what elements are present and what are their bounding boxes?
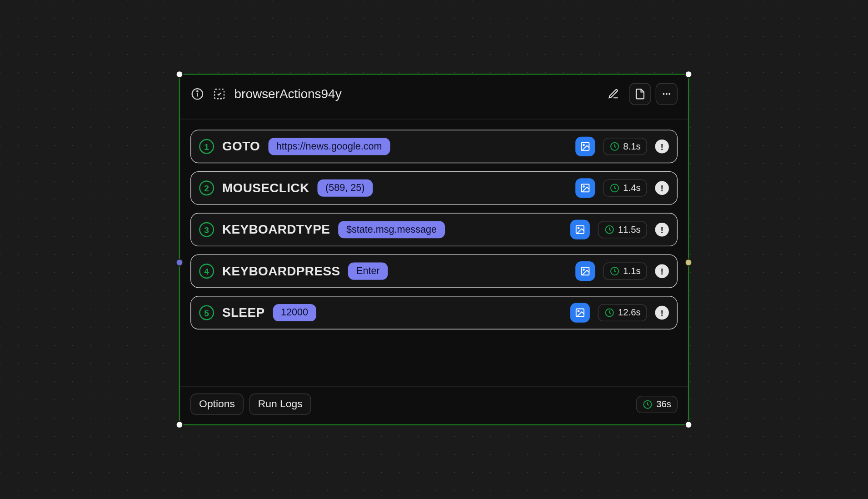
svg-point-14 — [578, 227, 579, 229]
action-row[interactable]: 4 KEYBOARDPRESS Enter 1.1s ! — [190, 254, 678, 288]
action-row[interactable]: 3 KEYBOARDTYPE $state.msg.message 11.5s … — [190, 213, 678, 246]
header-actions — [603, 83, 678, 105]
action-argument: 12000 — [273, 304, 316, 321]
action-argument: Enter — [348, 263, 388, 280]
warning-icon[interactable]: ! — [655, 223, 668, 236]
total-duration-value: 36s — [656, 399, 671, 409]
resize-handle-top-left[interactable] — [175, 70, 184, 79]
svg-point-20 — [578, 310, 579, 312]
duration-value: 8.1s — [623, 141, 640, 152]
svg-point-6 — [668, 93, 670, 95]
action-argument: (589, 25) — [317, 180, 373, 197]
options-button[interactable]: Options — [190, 394, 244, 415]
svg-point-2 — [197, 91, 198, 92]
resize-handle-bottom-right[interactable] — [684, 421, 693, 429]
panel-footer: Options Run Logs 36s — [180, 386, 688, 424]
file-button[interactable] — [629, 83, 651, 105]
step-number: 5 — [199, 305, 214, 320]
action-argument: $state.msg.message — [338, 221, 445, 238]
duration-badge: 8.1s — [603, 138, 647, 155]
action-name: SLEEP — [222, 305, 265, 320]
screenshot-icon[interactable] — [570, 220, 590, 240]
svg-point-5 — [666, 93, 668, 95]
panel-title: browserActions94y — [234, 86, 594, 101]
action-argument: https://news.google.com — [268, 138, 390, 155]
duration-badge: 12.6s — [598, 304, 647, 321]
action-name: GOTO — [222, 139, 260, 154]
screenshot-icon[interactable] — [570, 303, 590, 322]
step-number: 3 — [199, 222, 214, 237]
action-name: MOUSECLICK — [222, 180, 309, 195]
actions-list: 1 GOTO https://news.google.com 8.1s ! 2 — [180, 120, 688, 340]
svg-point-8 — [583, 145, 584, 146]
input-port[interactable] — [175, 259, 184, 267]
warning-icon[interactable]: ! — [655, 306, 668, 319]
duration-value: 1.4s — [623, 183, 640, 193]
warning-icon[interactable]: ! — [655, 181, 668, 195]
duration-value: 11.5s — [618, 225, 641, 235]
more-button[interactable] — [656, 83, 678, 105]
svg-point-4 — [663, 93, 665, 95]
screenshot-icon[interactable] — [575, 178, 595, 198]
edit-button[interactable] — [603, 83, 624, 105]
svg-point-11 — [583, 186, 584, 187]
resize-handle-bottom-left[interactable] — [175, 421, 184, 429]
total-duration-badge: 36s — [636, 395, 678, 413]
step-number: 4 — [199, 264, 214, 279]
action-row[interactable]: 1 GOTO https://news.google.com 8.1s ! — [190, 130, 678, 163]
panel-header: browserActions94y — [180, 75, 688, 120]
duration-badge: 11.5s — [598, 221, 647, 238]
step-number: 2 — [199, 180, 214, 195]
output-port[interactable] — [684, 259, 693, 267]
action-row[interactable]: 5 SLEEP 12000 12.6s ! — [190, 296, 678, 329]
action-name: KEYBOARDTYPE — [222, 222, 330, 237]
action-row[interactable]: 2 MOUSECLICK (589, 25) 1.4s ! — [190, 171, 678, 205]
action-name: KEYBOARDPRESS — [222, 264, 340, 279]
run-logs-button[interactable]: Run Logs — [249, 394, 311, 415]
warning-icon[interactable]: ! — [655, 264, 668, 278]
duration-value: 12.6s — [618, 308, 641, 318]
info-icon[interactable] — [190, 87, 204, 100]
svg-point-17 — [583, 269, 584, 270]
resize-handle-top-right[interactable] — [684, 70, 693, 79]
action-panel: browserActions94y 1 GOTO — [180, 75, 688, 424]
step-number: 1 — [199, 139, 214, 154]
duration-badge: 1.1s — [603, 263, 647, 280]
warning-icon[interactable]: ! — [655, 140, 668, 153]
screenshot-icon[interactable] — [575, 261, 595, 281]
selection-icon — [212, 87, 226, 100]
node-selection-frame[interactable]: browserActions94y 1 GOTO — [179, 74, 689, 425]
duration-value: 1.1s — [623, 266, 640, 276]
screenshot-icon[interactable] — [575, 137, 595, 156]
duration-badge: 1.4s — [603, 180, 647, 197]
